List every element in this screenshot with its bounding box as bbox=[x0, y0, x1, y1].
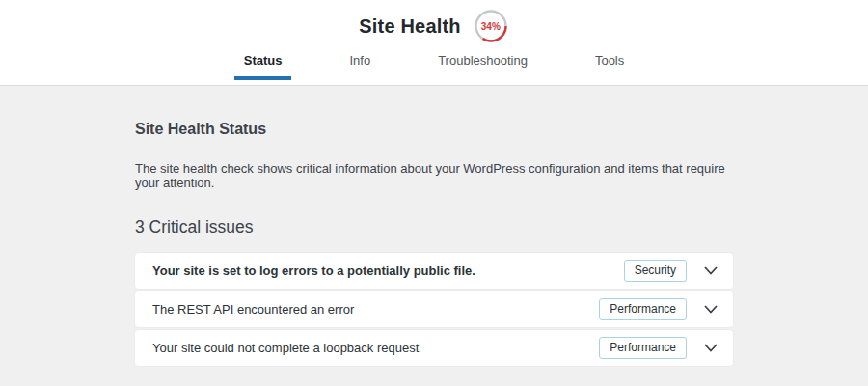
issue-row-loopback[interactable]: Your site could not complete a loopback … bbox=[135, 330, 733, 366]
site-health-header: Site Health 34% Status Info Troubleshoot… bbox=[0, 0, 868, 86]
issue-label: Your site is set to log errors to a pote… bbox=[152, 263, 475, 278]
section-description: The site health check shows critical inf… bbox=[135, 161, 735, 190]
issue-category-badge: Performance bbox=[599, 337, 687, 358]
progress-percent-label: 34% bbox=[473, 8, 509, 44]
chevron-down-icon[interactable] bbox=[704, 266, 718, 275]
tab-troubleshooting[interactable]: Troubleshooting bbox=[428, 49, 537, 80]
tab-status[interactable]: Status bbox=[234, 49, 292, 80]
issue-category-badge: Security bbox=[624, 260, 687, 281]
section-title: Site Health Status bbox=[135, 121, 735, 138]
health-check-tabs: Status Info Troubleshooting Tools bbox=[0, 49, 868, 80]
tab-info[interactable]: Info bbox=[339, 49, 380, 80]
critical-issues-list: Your site is set to log errors to a pote… bbox=[135, 253, 733, 366]
issue-label: Your site could not complete a loopback … bbox=[152, 341, 419, 355]
issue-label: The REST API encountered an error bbox=[152, 302, 354, 317]
site-health-body: Site Health Status The site health check… bbox=[0, 86, 868, 366]
issue-row-log-errors[interactable]: Your site is set to log errors to a pote… bbox=[135, 253, 733, 289]
health-progress-circle: 34% bbox=[473, 8, 509, 44]
title-row: Site Health 34% bbox=[0, 0, 868, 41]
critical-issues-heading: 3 Critical issues bbox=[135, 217, 735, 237]
page-title: Site Health bbox=[359, 15, 461, 38]
chevron-down-icon[interactable] bbox=[704, 305, 718, 314]
tab-tools[interactable]: Tools bbox=[585, 49, 634, 80]
issue-category-badge: Performance bbox=[599, 298, 687, 319]
chevron-down-icon[interactable] bbox=[704, 344, 718, 352]
issue-row-rest-api[interactable]: The REST API encountered an error Perfor… bbox=[135, 291, 733, 327]
